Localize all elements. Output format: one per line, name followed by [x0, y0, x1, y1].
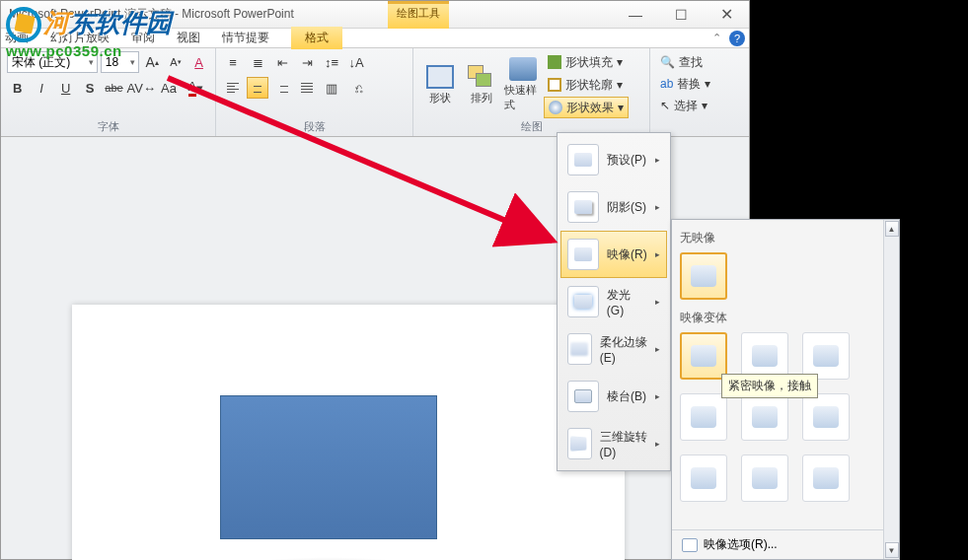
replace-icon: ab [660, 77, 673, 91]
slide-canvas[interactable] [72, 305, 625, 560]
shapes-button[interactable]: 形状 [419, 51, 461, 118]
minimize-button[interactable]: — [613, 1, 658, 29]
maximize-button[interactable]: ☐ [658, 1, 704, 29]
shadow-text-button[interactable]: S [79, 77, 100, 99]
align-left-button[interactable] [222, 77, 244, 99]
font-size-combo[interactable]: 18 [101, 51, 139, 73]
bucket-icon [548, 55, 561, 69]
scroll-down-icon[interactable]: ▼ [885, 542, 899, 558]
effect-softedge[interactable]: 柔化边缘(E)▸ [560, 325, 667, 373]
group-drawing: 形状 排列 快速样式 形状填充 ▾ 形状轮廓 ▾ 形状效果 ▾ 绘图 [413, 48, 650, 136]
titlebar: Microsoft PowerPoint 演示文稿 - Microsoft Po… [1, 1, 749, 29]
reflect-variant-3[interactable] [802, 332, 850, 380]
window-title: Microsoft PowerPoint 演示文稿 - Microsoft Po… [1, 6, 613, 23]
smartart-icon[interactable]: ⎌ [345, 77, 373, 99]
effect-reflection[interactable]: 映像(R)▸ [560, 231, 667, 278]
text-direction-icon[interactable]: ↓A [345, 51, 367, 73]
shrink-font-icon[interactable]: A▾ [165, 51, 186, 73]
align-center-button[interactable] [247, 77, 268, 99]
font-name-combo[interactable]: 宋体 (正文) [7, 51, 98, 73]
numbering-icon[interactable]: ≣ [247, 51, 268, 73]
ribbon-collapse-icon[interactable]: ⌃ [712, 32, 721, 44]
shape-effects-button[interactable]: 形状效果 ▾ [544, 97, 629, 118]
reflection-options-label: 映像选项(R)... [704, 536, 778, 553]
reflect-variant-4[interactable] [680, 393, 727, 441]
effect-bevel[interactable]: 棱台(B)▸ [560, 373, 667, 420]
group-editing: 🔍查找 ab替换 ▾ ↖选择 ▾ [650, 48, 729, 136]
find-button[interactable]: 🔍查找 [656, 51, 723, 73]
quickstyles-button[interactable]: 快速样式 [502, 51, 544, 118]
reflection-options[interactable]: 映像选项(R)... [672, 529, 883, 559]
effect-3drotation[interactable]: 三维旋转(D)▸ [560, 420, 667, 467]
shape-fill-button[interactable]: 形状填充 ▾ [544, 51, 629, 73]
find-icon: 🔍 [660, 55, 675, 69]
clear-format-icon[interactable]: A [188, 51, 209, 73]
pen-icon [548, 78, 561, 92]
group-font: 宋体 (正文) 18 A▴ A▾ A B I U S abe AV↔ Aa A▾… [1, 48, 216, 136]
effect-shadow[interactable]: 阴影(S)▸ [560, 183, 667, 231]
reflect-variant-2[interactable] [741, 332, 788, 380]
select-icon: ↖ [660, 99, 670, 112]
indent-dec-icon[interactable]: ⇤ [271, 51, 293, 73]
rectangle-shape[interactable] [220, 395, 437, 539]
line-spacing-icon[interactable]: ↕≡ [321, 51, 342, 73]
reflect-variant-9[interactable] [802, 455, 850, 502]
effect-preset[interactable]: 预设(P)▸ [560, 136, 667, 183]
columns-icon[interactable]: ▥ [321, 77, 342, 99]
gallery-scrollbar[interactable]: ▲ ▼ [883, 220, 899, 559]
italic-button[interactable]: I [31, 77, 51, 99]
reflect-variant-7[interactable] [680, 455, 727, 502]
help-icon[interactable]: ? [729, 31, 745, 46]
change-case-button[interactable]: Aa [158, 77, 179, 99]
group-font-label: 字体 [1, 119, 215, 134]
indent-inc-icon[interactable]: ⇥ [296, 51, 318, 73]
shape-outline-button[interactable]: 形状轮廓 ▾ [544, 74, 629, 96]
grow-font-icon[interactable]: A▴ [142, 51, 163, 73]
underline-button[interactable]: U [55, 77, 76, 99]
quickstyle-icon [509, 57, 537, 81]
reflection-none[interactable] [680, 252, 727, 300]
reflection-gallery: 无映像 映像变体 紧密映像，接触 ▲ ▼ 映像选项(R)... [671, 219, 900, 560]
shape-effects-menu: 预设(P)▸ 阴影(S)▸ 映像(R)▸ 发光(G)▸ 柔化边缘(E)▸ 棱台(… [557, 132, 671, 471]
ribbon: 宋体 (正文) 18 A▴ A▾ A B I U S abe AV↔ Aa A▾… [1, 48, 749, 137]
ribbon-tabs: 动画 幻灯片放映 审阅 视图 情节提要 格式 ⌃ ? [1, 29, 749, 48]
bold-button[interactable]: B [7, 77, 28, 99]
tab-animation[interactable]: 动画 [5, 30, 29, 46]
tab-storyboard[interactable]: 情节提要 [222, 30, 269, 46]
arrange-button[interactable]: 排列 [461, 51, 502, 118]
close-button[interactable]: ✕ [704, 1, 749, 29]
font-color-button[interactable]: A▾ [183, 77, 209, 99]
align-right-button[interactable] [271, 77, 293, 99]
arrange-icon [468, 65, 495, 89]
scroll-up-icon[interactable]: ▲ [885, 221, 899, 237]
effects-icon [549, 101, 562, 114]
group-para-label: 段落 [216, 119, 412, 134]
reflect-variant-1[interactable] [680, 332, 727, 380]
tab-format[interactable]: 格式 [291, 27, 342, 49]
reflect-variant-8[interactable] [741, 455, 788, 502]
shapes-icon [426, 65, 454, 89]
select-button[interactable]: ↖选择 ▾ [656, 95, 723, 116]
replace-button[interactable]: ab替换 ▾ [656, 73, 723, 95]
align-justify-button[interactable] [296, 77, 318, 99]
reflect-variant-6[interactable] [802, 393, 850, 441]
strike-button[interactable]: abe [104, 77, 124, 99]
bullets-icon[interactable]: ≡ [222, 51, 244, 73]
reflect-variant-5[interactable] [741, 393, 788, 441]
options-icon [682, 538, 698, 552]
spacing-button[interactable]: AV↔ [127, 77, 155, 99]
context-group-label: 绘图工具 [388, 6, 449, 21]
no-reflection-label: 无映像 [680, 230, 875, 246]
tab-view[interactable]: 视图 [177, 30, 200, 46]
tab-review[interactable]: 审阅 [131, 30, 155, 46]
reflection-tooltip: 紧密映像，接触 [721, 374, 818, 398]
reflection-variants-label: 映像变体 [680, 310, 875, 326]
context-tab-group[interactable]: 绘图工具 [388, 1, 449, 29]
effect-glow[interactable]: 发光(G)▸ [560, 278, 667, 325]
group-paragraph: ≡ ≣ ⇤ ⇥ ↕≡ ↓A ▥ ⎌ 段落 [216, 48, 413, 136]
tab-slideshow[interactable]: 幻灯片放映 [50, 30, 110, 46]
